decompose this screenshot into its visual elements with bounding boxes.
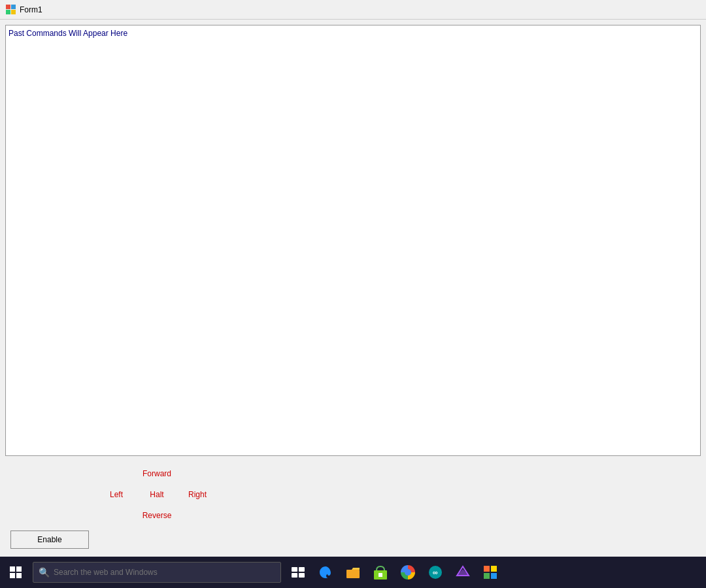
title-bar: Form1 [0,0,706,20]
svg-rect-2 [10,573,15,578]
svg-rect-1 [16,566,22,572]
edge-browser-icon[interactable] [312,558,339,587]
file-explorer-icon[interactable] [340,558,366,587]
task-view-button[interactable] [285,558,311,587]
svg-rect-14 [491,566,497,572]
taskbar: 🔍 [0,557,706,588]
left-button[interactable]: Left [97,485,136,504]
start-button[interactable] [3,558,29,587]
svg-rect-10 [378,573,382,577]
commands-placeholder: Past Commands Will Appear Here [8,29,127,38]
icon-sq-yellow [11,10,16,14]
right-button[interactable]: Right [178,485,217,504]
icon-sq-green [6,10,10,14]
svg-rect-8 [346,570,360,578]
colorful-app-icon[interactable] [477,558,503,587]
enable-button[interactable]: Enable [10,531,89,549]
search-input[interactable] [54,568,275,577]
svg-rect-7 [299,573,305,578]
search-icon: 🔍 [39,567,50,578]
svg-rect-4 [292,567,297,572]
svg-rect-13 [484,566,490,572]
app-icon [5,5,16,15]
app-icon-squares [6,5,16,14]
svg-rect-16 [491,573,497,579]
icon-sq-blue [11,5,16,9]
chrome-logo [401,565,415,580]
form-container: Past Commands Will Appear Here Forward L… [0,20,706,557]
svg-rect-15 [484,573,490,579]
svg-text:∞: ∞ [433,568,438,576]
chrome-icon[interactable] [395,558,421,587]
svg-rect-3 [16,573,22,578]
arduino-icon[interactable]: ∞ [422,558,448,587]
svg-rect-5 [299,567,305,572]
window-title: Form1 [20,5,42,14]
svg-rect-6 [292,573,297,578]
store-icon[interactable] [367,558,394,587]
icon-sq-red [6,5,10,9]
forward-button[interactable]: Forward [137,464,176,483]
direction-buttons: Forward Left Halt Right Reverse [97,464,217,525]
commands-box: Past Commands Will Appear Here [5,25,701,456]
visual-studio-icon[interactable] [450,558,476,587]
reverse-button[interactable]: Reverse [137,506,176,525]
controls-area: Forward Left Halt Right Reverse Enable [0,461,706,557]
svg-rect-0 [10,566,15,572]
taskbar-search[interactable]: 🔍 [33,562,281,583]
halt-button[interactable]: Halt [137,485,176,504]
